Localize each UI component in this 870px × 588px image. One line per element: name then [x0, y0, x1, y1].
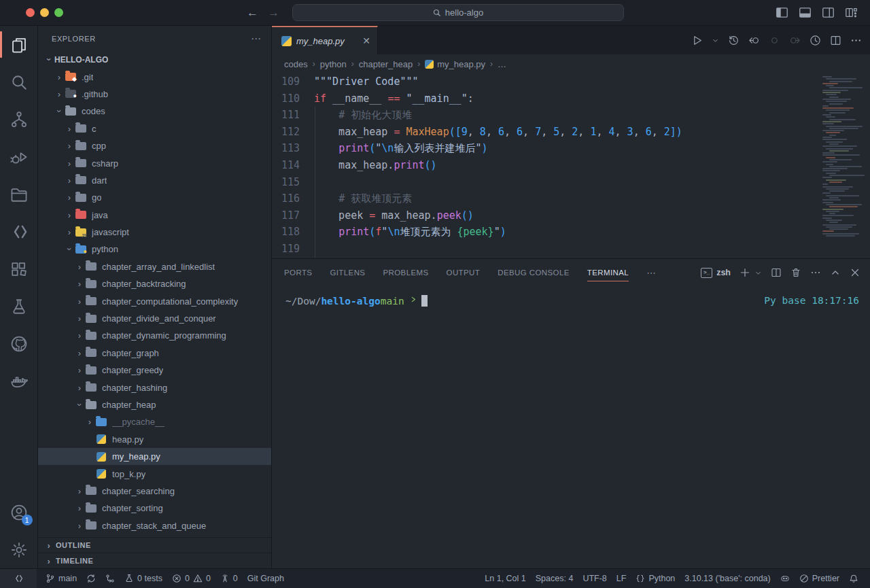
tree-item-javascript[interactable]: ›JSjavascript	[38, 224, 271, 241]
chevron-right-icon[interactable]: ›	[64, 124, 75, 134]
close-panel-icon[interactable]	[850, 267, 860, 278]
sidebar-section-timeline[interactable]: ›TIMELINE	[38, 553, 271, 568]
chevron-right-icon[interactable]: ›	[74, 365, 85, 375]
chevron-right-icon[interactable]: ›	[54, 72, 65, 82]
tree-item-top_kpy[interactable]: top_k.py	[38, 465, 271, 482]
chevron-right-icon[interactable]: ›	[74, 330, 85, 341]
panel-tab-ports[interactable]: PORTS	[284, 259, 312, 286]
code-line-115[interactable]: 115	[272, 174, 870, 191]
status-remote-indicator[interactable]	[0, 569, 37, 588]
code-line-118[interactable]: 118 print(f"\n堆顶元素为 {peek}")	[272, 224, 870, 241]
activity-explorer[interactable]	[0, 26, 38, 63]
tree-item-chapter_array_and_linkedlist[interactable]: ›chapter_array_and_linkedlist	[38, 258, 271, 275]
activity-docker[interactable]	[0, 362, 38, 400]
breadcrumb-[interactable]: …	[498, 59, 506, 69]
activity-source-control[interactable]	[0, 101, 38, 138]
chevron-right-icon[interactable]: ›	[84, 417, 95, 427]
next-change-icon[interactable]	[789, 35, 801, 46]
file-history-icon[interactable]	[728, 35, 740, 46]
chevron-right-icon[interactable]: ›	[64, 227, 75, 237]
status-ports-status[interactable]: 0	[215, 569, 243, 588]
status-problems-status[interactable]: 00	[167, 569, 215, 588]
command-center-search[interactable]: hello-algo	[292, 4, 624, 21]
code-line-112[interactable]: 112 max_heap = MaxHeap([9, 8, 6, 6, 7, 5…	[272, 124, 870, 141]
status-git-graph[interactable]: Git Graph	[243, 569, 289, 588]
tree-item-chapter_heap[interactable]: ›chapter_heap	[38, 396, 271, 413]
terminal[interactable]: ~/Dow/hello-algo main Py base 18:17:16	[272, 286, 870, 568]
activity-search[interactable]	[0, 63, 38, 101]
chevron-right-icon[interactable]: ›	[74, 296, 85, 307]
run-python-file-icon[interactable]	[691, 35, 703, 46]
breadcrumb-codes[interactable]: codes	[284, 59, 308, 69]
chevron-right-icon[interactable]: ›	[74, 348, 85, 358]
minimize-window-button[interactable]	[40, 8, 49, 17]
tree-item-chapter_computational_complexity[interactable]: ›chapter_computational_complexity	[38, 292, 271, 309]
tree-item-cpp[interactable]: ›cpp	[38, 137, 271, 154]
tree-item-chapter_searching[interactable]: ›chapter_searching	[38, 483, 271, 500]
activity-settings[interactable]	[0, 531, 38, 568]
status-python-interpreter[interactable]: 3.10.13 ('base': conda)	[680, 569, 775, 588]
code-line-111[interactable]: 111 # 初始化大顶堆	[272, 107, 870, 124]
code-editor[interactable]: 109"""Driver Code"""110if __name__ == "_…	[272, 73, 870, 258]
code-line-117[interactable]: 117 peek = max_heap.peek()	[272, 207, 870, 224]
code-line-119[interactable]: 119	[272, 241, 870, 258]
chevron-right-icon[interactable]: ›	[74, 279, 85, 289]
terminal-more-icon[interactable]	[810, 267, 821, 278]
panel-tab-problems[interactable]: PROBLEMS	[383, 259, 428, 286]
chevron-right-icon[interactable]: ›	[54, 89, 65, 99]
chevron-down-icon[interactable]: ›	[75, 400, 85, 411]
panel-tab-debug-console[interactable]: DEBUG CONSOLE	[498, 259, 570, 286]
tree-item-chapter_divide_and_conquer[interactable]: ›chapter_divide_and_conquer	[38, 310, 271, 327]
terminal-shell-selector[interactable]: >_zsh	[701, 268, 731, 278]
chevron-right-icon[interactable]: ›	[74, 486, 85, 496]
chevron-right-icon[interactable]: ›	[74, 383, 85, 393]
status-language-mode[interactable]: Python	[631, 569, 680, 588]
tree-item-chapter_backtracking[interactable]: ›chapter_backtracking	[38, 275, 271, 292]
minimap[interactable]	[822, 76, 866, 237]
activity-github[interactable]	[0, 325, 38, 362]
panel-left-toggle-icon[interactable]	[776, 6, 788, 19]
panel-tab-output[interactable]: OUTPUT	[447, 259, 481, 286]
split-terminal-icon[interactable]	[771, 267, 782, 278]
split-editor-icon[interactable]	[830, 35, 841, 46]
panel-tab-gitlens[interactable]: GITLENS	[330, 259, 365, 286]
previous-change-icon[interactable]	[748, 35, 760, 46]
status-copilot-status[interactable]	[776, 569, 795, 588]
terminal-profile-dropdown-icon[interactable]	[754, 269, 762, 277]
breadcrumb-my_heappy[interactable]: my_heap.py	[425, 59, 485, 69]
tree-item-go[interactable]: ›go	[38, 189, 271, 206]
activity-accounts[interactable]: 1	[0, 494, 38, 531]
tree-item-chapter_graph[interactable]: ›chapter_graph	[38, 345, 271, 362]
chevron-right-icon[interactable]: ›	[74, 521, 85, 531]
status-test-status[interactable]: 0 tests	[120, 569, 167, 588]
explorer-actions-icon[interactable]: ⋯	[251, 33, 262, 45]
tree-item-python[interactable]: ›●python	[38, 241, 271, 258]
tree-item-dart[interactable]: ›dart	[38, 172, 271, 189]
zoom-window-button[interactable]	[54, 8, 63, 17]
code-line-114[interactable]: 114 max_heap.print()	[272, 157, 870, 174]
status-sync-changes[interactable]	[82, 569, 101, 588]
tree-item-c[interactable]: ›c	[38, 120, 271, 137]
tree-item-hello-algo[interactable]: ›HELLO-ALGO	[38, 51, 271, 68]
panel-tab-terminal[interactable]: TERMINAL	[587, 259, 629, 286]
tree-item-github[interactable]: ›●.github	[38, 86, 271, 103]
code-line-109[interactable]: 109"""Driver Code"""	[272, 73, 870, 90]
nav-forward-icon[interactable]: →	[268, 6, 279, 20]
sidebar-section-outline[interactable]: ›OUTLINE	[38, 537, 271, 553]
chevron-right-icon[interactable]: ›	[74, 262, 85, 272]
tab-my-heap-py[interactable]: my_heap.py ✕	[272, 26, 378, 54]
panel-tabs-overflow-icon[interactable]: ⋯	[646, 267, 657, 278]
nav-back-icon[interactable]: ←	[247, 6, 258, 20]
status-cursor-position[interactable]: Ln 1, Col 1	[480, 569, 530, 588]
status-eol[interactable]: LF	[612, 569, 631, 588]
chevron-right-icon[interactable]: ›	[64, 210, 75, 220]
code-line-110[interactable]: 110if __name__ == "__main__":	[272, 90, 870, 107]
tree-item-chapter_hashing[interactable]: ›chapter_hashing	[38, 379, 271, 396]
tree-item-chapter_greedy[interactable]: ›chapter_greedy	[38, 362, 271, 379]
change-marker-icon[interactable]	[769, 35, 780, 46]
run-dropdown-icon[interactable]	[712, 37, 719, 44]
more-actions-icon[interactable]	[850, 35, 862, 46]
chevron-right-icon[interactable]: ›	[64, 192, 75, 203]
activity-remote-explorer[interactable]	[0, 213, 38, 250]
tree-item-chapter_dynamic_programming[interactable]: ›chapter_dynamic_programming	[38, 327, 271, 344]
